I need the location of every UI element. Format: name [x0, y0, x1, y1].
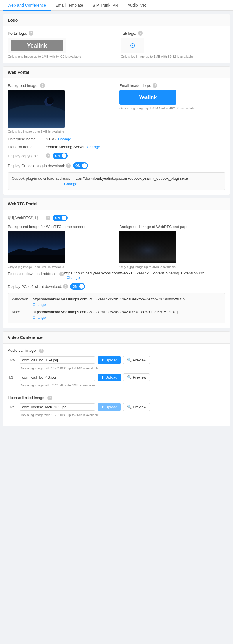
portal-logo-upload[interactable]: Yealink [8, 38, 66, 53]
display-pc-row: Display PC soft-client download: ? ON [8, 283, 225, 290]
portal-logo-help-icon[interactable]: ? [29, 31, 33, 36]
preview-button-license-169[interactable]: 🔍 Preview [123, 403, 150, 411]
license-label: License limited image: [8, 396, 45, 400]
vc-169-row: 16:9 ⬆ Upload 🔍 Preview [8, 356, 225, 364]
preview-button-169[interactable]: 🔍 Preview [123, 356, 150, 364]
webrtc-enable-row: 启用WebRTC功能: ? ON [8, 215, 225, 221]
webrtc-bg-home-hint: Only a jpg image up to 3MB is available [8, 265, 114, 269]
tab-logo-help-icon[interactable]: ? [138, 31, 143, 36]
pc-help-icon[interactable]: ? [63, 284, 68, 289]
toggle-circle-2 [82, 163, 87, 168]
outlook-change-link[interactable]: Change [64, 182, 77, 186]
webrtc-bg-home-preview [8, 231, 65, 263]
platform-name-value: Yealink Meeting Server [46, 145, 84, 149]
email-header-help-icon[interactable]: ? [153, 83, 157, 88]
upload-button-43[interactable]: ⬆ Upload [98, 374, 121, 381]
tab-web-conference[interactable]: Web and Conference [3, 0, 51, 11]
file-input-43[interactable] [20, 374, 95, 381]
outlook-url-value: https://download.yealinkops.com/outlook/… [73, 176, 188, 181]
license-169-row: 16:9 ⬆ Upload 🔍 Preview [8, 403, 225, 411]
platform-name-row: Platform name: Yealink Meeting Server Ch… [8, 145, 225, 149]
svg-point-3 [47, 97, 54, 104]
enterprise-name-row: Enterprise name: STSS Change [8, 137, 225, 141]
tab-logo-col: Tab logo: ? ⊙ Only a ico image up to 1MB… [121, 31, 225, 58]
webrtc-bg-end-label: Background image of WebRTC end page: [119, 225, 225, 229]
preview-button-43[interactable]: 🔍 Preview [123, 373, 150, 381]
email-header-label: Email header logo: [119, 83, 151, 88]
display-copyright-row: Display copyright: ? ON [8, 153, 225, 159]
bg-image-col: Backgroud image: ? [8, 83, 114, 133]
audio-call-label: Audio call image: [8, 348, 37, 353]
web-portal-section: Web Portal Backgroud image: ? [3, 66, 230, 195]
vc-title: Video Conference [3, 332, 230, 344]
portal-logo-col: Portal logo: ? Yealink Only a png image … [8, 31, 112, 58]
mac-url: https://download.yealinkops.com/VCD/Yeal… [33, 310, 178, 314]
webrtc-bg-end-hint: Only a jpg image up to 3MB is available [119, 265, 225, 269]
outlook-help-icon[interactable]: ? [66, 163, 71, 168]
file-input-169[interactable] [20, 356, 95, 364]
video-conference-section: Video Conference Audio call image: ? 16:… [3, 331, 230, 426]
bg-image-hint: Only a jpg image up to 3MB is available [8, 130, 114, 133]
hint-license-169: Only a jpg image with 1920*1080 up to 3M… [20, 413, 225, 417]
tab-logo-upload[interactable]: ⊙ [121, 38, 144, 53]
email-logo-preview: Yealink [119, 90, 176, 105]
web-portal-title: Web Portal [3, 66, 230, 78]
outlook-info-box: Outlook plug-in download address: https:… [8, 172, 225, 190]
tab-sip-trunk-ivr[interactable]: SIP Trunk IVR [88, 0, 123, 11]
audio-call-label-row: Audio call image: ? [8, 348, 225, 353]
mac-change-link[interactable]: Change [33, 315, 46, 320]
webrtc-bg-end-col: Background image of WebRTC end page: [119, 225, 225, 269]
platform-name-change[interactable]: Change [87, 145, 100, 149]
webrtc-bg-end-preview [119, 231, 176, 263]
portal-logo-label: Portal logo: [8, 31, 27, 36]
file-input-license-169[interactable] [20, 403, 95, 411]
bg-image-preview [8, 90, 65, 128]
enterprise-name-label: Enterprise name: [8, 137, 46, 141]
license-help-icon[interactable]: ? [47, 396, 52, 400]
email-logo-col: Email header logo: ? Yealink Only a png … [119, 83, 225, 133]
mac-key: Mac: [12, 310, 29, 314]
extension-change-link[interactable]: Change [66, 275, 80, 280]
webrtc-enable-help-icon[interactable]: ? [46, 216, 50, 220]
svg-point-1 [8, 105, 65, 128]
divider [8, 392, 225, 392]
extension-download-row: Extension download address: ? https://do… [8, 271, 225, 280]
tab-logo-label: Tab logo: [121, 31, 136, 36]
display-copyright-label: Display copyright: [8, 154, 46, 158]
bg-image-label: Backgroud image: [8, 83, 38, 88]
outlook-toggle[interactable]: ON [73, 162, 88, 169]
windows-key: Windows: [12, 297, 29, 301]
bg-image-help-icon[interactable]: ? [40, 83, 45, 88]
webrtc-bg-home-col: Background image for WebRTC home screen: [8, 225, 114, 269]
portal-logo-hint: Only a png image up to 1MB with 94*20 is… [8, 55, 112, 58]
upload-icon-3: ⬆ [101, 405, 104, 409]
pc-download-toggle[interactable]: ON [70, 283, 85, 290]
logo-section: Logo Portal logo: ? Yealink Only a png i… [3, 14, 230, 63]
toggle-circle-3 [62, 216, 66, 220]
webrtc-enable-label: 启用WebRTC功能: [8, 215, 46, 220]
upload-button-169[interactable]: ⬆ Upload [98, 356, 121, 364]
tab-email-template[interactable]: Email Template [51, 0, 88, 11]
extension-url-value: https://download.yealinkops.com/WebRTC/Y… [64, 271, 204, 275]
svg-rect-8 [119, 231, 176, 263]
preview-icon: 🔍 [127, 358, 132, 362]
copyright-toggle[interactable]: ON [53, 153, 68, 159]
tab-audio-ivr[interactable]: Audio IVR [123, 0, 151, 11]
webrtc-enable-toggle[interactable]: ON [53, 215, 68, 221]
windows-url: https://download.yealinkops.com/VCD/Yeal… [33, 297, 185, 301]
extension-help-icon[interactable]: ? [59, 272, 64, 276]
webrtc-title: WebRTC Portal [3, 198, 230, 210]
hint-169: Only a jpg image with 1920*1080 up to 3M… [20, 366, 225, 370]
svg-rect-5 [8, 255, 65, 263]
toggle-circle [62, 153, 66, 158]
portal-logo-preview: Yealink [11, 40, 63, 51]
copyright-help-icon[interactable]: ? [46, 153, 50, 158]
email-header-hint: Only a png image up to 3MB with 640*100 … [119, 106, 225, 110]
toggle-circle-4 [79, 284, 84, 289]
windows-change-link[interactable]: Change [33, 302, 46, 307]
enterprise-name-change[interactable]: Change [58, 137, 71, 141]
upload-button-license-169[interactable]: ⬆ Upload [98, 403, 121, 411]
display-outlook-label: Display Outlook plug-in download: [8, 164, 66, 168]
upload-icon-2: ⬆ [101, 375, 104, 379]
audio-call-help-icon[interactable]: ? [39, 349, 44, 353]
